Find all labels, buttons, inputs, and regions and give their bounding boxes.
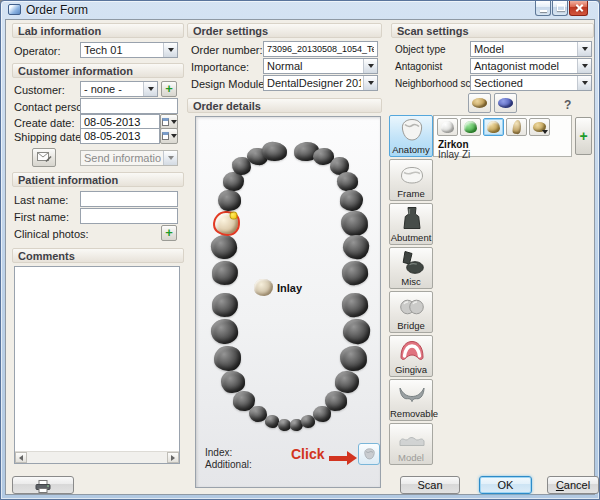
comments-textarea[interactable] bbox=[15, 267, 179, 451]
design-module-dropdown[interactable]: DentalDesigner 2013 bbox=[263, 75, 378, 91]
send-information-dropdown[interactable]: Send information bbox=[80, 150, 178, 166]
category-anatomy-button[interactable]: Anatomy bbox=[389, 115, 433, 157]
tooth-lower-3[interactable] bbox=[213, 345, 241, 371]
customer-dropdown[interactable]: - none - bbox=[80, 81, 158, 97]
tooth-upper-12[interactable] bbox=[337, 172, 358, 191]
tooth-upper-2[interactable] bbox=[210, 234, 238, 260]
category-label: Model bbox=[390, 452, 432, 463]
tooth-lower-14[interactable] bbox=[339, 345, 368, 372]
minimize-button[interactable] bbox=[535, 1, 551, 16]
help-button[interactable]: ? bbox=[564, 98, 571, 112]
dropdown-arrow-icon[interactable] bbox=[577, 76, 591, 90]
crown-green-icon[interactable] bbox=[460, 118, 481, 136]
lab-information-header: Lab information bbox=[12, 23, 184, 38]
category-gingiva-button[interactable]: Gingiva bbox=[389, 335, 433, 377]
crown-gold-icon[interactable] bbox=[483, 118, 504, 136]
antagonist-label: Antagonist bbox=[395, 61, 442, 72]
tooth-upper-3[interactable] bbox=[212, 210, 240, 236]
order-number-input[interactable] bbox=[263, 41, 378, 57]
patient-information-header: Patient information bbox=[12, 172, 184, 187]
comments-horizontal-scrollbar[interactable] bbox=[15, 451, 179, 463]
shipping-date-picker-button[interactable] bbox=[160, 128, 178, 144]
dropdown-arrow-icon[interactable] bbox=[363, 76, 377, 90]
category-bridge-button[interactable]: Bridge bbox=[389, 291, 433, 333]
tooth-lower-1[interactable] bbox=[211, 292, 240, 319]
maximize-button[interactable] bbox=[552, 1, 568, 16]
category-abutment-button[interactable]: Abutment bbox=[389, 203, 433, 245]
comments-header: Comments bbox=[12, 248, 184, 263]
customer-label: Customer: bbox=[14, 84, 65, 96]
category-label: Frame bbox=[390, 188, 432, 199]
clinical-photos-label: Clinical photos: bbox=[14, 228, 89, 240]
close-button[interactable] bbox=[569, 1, 588, 16]
operator-label: Operator: bbox=[14, 45, 60, 57]
add-customer-button[interactable]: + bbox=[161, 81, 177, 97]
category-misc-button[interactable]: Misc bbox=[389, 247, 433, 289]
category-label: Abutment bbox=[390, 232, 432, 243]
upper-jaw-scan-toggle[interactable] bbox=[468, 93, 491, 113]
neighborhood-scan-label: Neighborhood scan bbox=[395, 78, 482, 89]
chevron-down-icon bbox=[171, 134, 177, 138]
scroll-left-button[interactable] bbox=[15, 452, 27, 463]
tooth-upper-15[interactable] bbox=[342, 234, 370, 261]
dropdown-arrow-icon[interactable] bbox=[163, 43, 177, 57]
scan-button[interactable]: Scan bbox=[400, 476, 460, 494]
cancel-button[interactable]: Cancel bbox=[547, 476, 599, 494]
scroll-left-icon bbox=[19, 455, 23, 461]
tooth-lower-16[interactable] bbox=[341, 292, 370, 319]
category-removable-button[interactable]: Removable bbox=[389, 379, 433, 421]
send-information-button[interactable] bbox=[32, 148, 56, 167]
tooth-upper-1[interactable] bbox=[211, 260, 240, 287]
veneer-icon[interactable] bbox=[506, 118, 527, 136]
order-settings-header: Order settings bbox=[187, 23, 382, 38]
object-type-dropdown[interactable]: Model bbox=[470, 41, 592, 57]
additional-options-button[interactable] bbox=[358, 443, 380, 465]
dropdown-arrow-icon[interactable] bbox=[577, 42, 591, 56]
add-restoration-button[interactable]: + bbox=[575, 117, 592, 155]
first-name-label: First name: bbox=[14, 211, 69, 223]
click-arrow-icon bbox=[329, 451, 357, 465]
tooth-selection-marker bbox=[229, 211, 237, 219]
inlay-menu-icon[interactable] bbox=[529, 118, 550, 136]
last-name-label: Last name: bbox=[14, 194, 68, 206]
crown-white-icon[interactable] bbox=[437, 118, 458, 136]
add-clinical-photo-button[interactable]: + bbox=[161, 225, 177, 241]
additional-options-tooth-icon bbox=[362, 447, 377, 462]
tooth-upper-13[interactable] bbox=[339, 189, 363, 211]
ok-button[interactable]: OK bbox=[479, 476, 532, 494]
tooth-lower-13[interactable] bbox=[335, 371, 360, 394]
tooth-lower-12[interactable] bbox=[325, 391, 347, 411]
tooth-upper-14[interactable] bbox=[340, 210, 369, 237]
operator-dropdown[interactable]: Tech 01 bbox=[80, 42, 178, 58]
additional-label: Additional: bbox=[205, 459, 252, 470]
dropdown-arrow-icon[interactable] bbox=[143, 82, 157, 96]
tooth-lower-15[interactable] bbox=[341, 317, 370, 345]
importance-dropdown[interactable]: Normal bbox=[263, 58, 378, 74]
neighborhood-scan-dropdown[interactable]: Sectioned bbox=[470, 75, 592, 91]
category-label: Misc bbox=[390, 276, 432, 287]
tooth-upper-16[interactable] bbox=[341, 260, 370, 287]
minimize-icon bbox=[540, 10, 547, 12]
jaw-scan-toggles bbox=[468, 93, 517, 113]
shipping-date-input[interactable] bbox=[80, 128, 160, 144]
first-name-input[interactable] bbox=[80, 208, 178, 224]
dialog-content: Lab information Operator: Tech 01 Custom… bbox=[5, 19, 595, 495]
contact-person-input[interactable] bbox=[80, 98, 178, 114]
category-frame-button[interactable]: Frame bbox=[389, 159, 433, 201]
antagonist-dropdown[interactable]: Antagonist model bbox=[470, 58, 592, 74]
importance-label: Importance: bbox=[191, 61, 249, 73]
category-model-button[interactable]: Model bbox=[389, 423, 433, 465]
tooth-lower-2[interactable] bbox=[209, 317, 238, 344]
printer-icon bbox=[35, 480, 51, 493]
dropdown-arrow-icon[interactable] bbox=[363, 59, 377, 73]
lower-jaw-scan-toggle[interactable] bbox=[494, 93, 517, 113]
last-name-input[interactable] bbox=[80, 191, 178, 207]
scroll-right-button[interactable] bbox=[167, 452, 179, 463]
title-bar[interactable]: Order Form bbox=[1, 1, 599, 19]
tooth-upper-4[interactable] bbox=[217, 189, 240, 210]
print-button[interactable] bbox=[12, 476, 74, 494]
dropdown-arrow-icon[interactable] bbox=[577, 59, 591, 73]
window-icon bbox=[8, 4, 21, 15]
dropdown-arrow-icon[interactable] bbox=[163, 151, 177, 165]
tooth-lower-4[interactable] bbox=[221, 371, 245, 393]
